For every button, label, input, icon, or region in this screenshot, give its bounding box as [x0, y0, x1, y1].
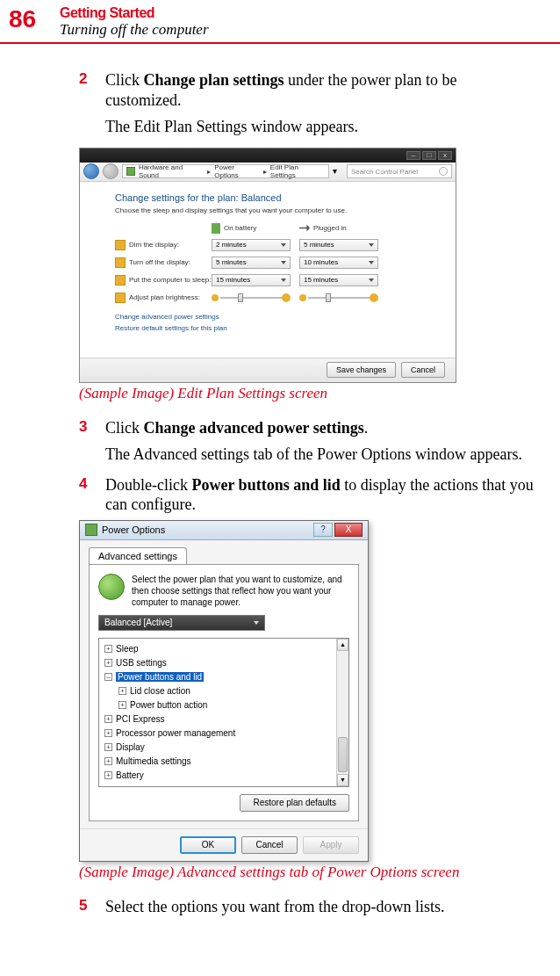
close-button[interactable]: X — [334, 523, 363, 537]
breadcrumb[interactable]: Hardware and Sound▸ Power Options▸ Edit … — [122, 164, 329, 178]
dropdown-icon[interactable]: ▾ — [333, 166, 343, 177]
expand-icon[interactable]: + — [104, 659, 112, 667]
tree-item-battery[interactable]: +Battery — [101, 769, 347, 783]
slider-thumb[interactable] — [238, 293, 243, 302]
label-text: Put the computer to sleep: — [129, 276, 211, 284]
off-plugged-dropdown[interactable]: 10 minutes — [299, 257, 378, 269]
breadcrumb-sep: ▸ — [207, 168, 211, 176]
power-plan-dropdown[interactable]: Balanced [Active] — [98, 615, 265, 631]
text-bold: Change plan settings — [144, 71, 284, 89]
control-panel-icon — [126, 167, 135, 176]
step-number: 4 — [79, 475, 105, 515]
window-body: Change settings for the plan: Balanced C… — [80, 182, 456, 358]
tree-item-sleep[interactable]: +Sleep — [101, 642, 347, 656]
intro-text: Select the power plan that you want to c… — [132, 574, 349, 608]
settings-tree[interactable]: +Sleep +USB settings –Power buttons and … — [98, 638, 349, 787]
tree-label: Power buttons and lid — [116, 672, 204, 682]
expand-icon[interactable]: + — [118, 701, 126, 709]
row-brightness: Adjust plan brightness: — [115, 292, 431, 304]
collapse-icon[interactable]: – — [104, 673, 112, 681]
sun-large-icon — [282, 293, 291, 302]
tree-scrollbar[interactable]: ▲ ▼ — [336, 639, 348, 786]
chapter-title: Getting Started — [60, 5, 209, 21]
dialog-body: Advanced settings Select the power plan … — [80, 540, 368, 828]
forward-button[interactable] — [103, 163, 118, 179]
dd-value: 2 minutes — [216, 241, 247, 249]
chevron-down-icon — [369, 261, 374, 264]
tree-label: Power button action — [130, 700, 207, 710]
step-5: 5 Select the options you want from the d… — [79, 897, 535, 917]
cancel-button[interactable]: Cancel — [401, 362, 445, 378]
ok-button[interactable]: OK — [180, 836, 236, 854]
plug-icon — [299, 225, 310, 232]
col-label: Plugged in — [313, 224, 347, 232]
off-battery-dropdown[interactable]: 5 minutes — [212, 257, 291, 269]
sleep-plugged-dropdown[interactable]: 15 minutes — [299, 274, 378, 286]
tree-item-power-button-action[interactable]: +Power button action — [101, 698, 347, 712]
step-number: 3 — [79, 418, 105, 438]
sleep-battery-dropdown[interactable]: 15 minutes — [212, 274, 291, 286]
dim-battery-dropdown[interactable]: 2 minutes — [212, 239, 291, 251]
brightness-icon — [115, 293, 126, 303]
dd-value: 10 minutes — [304, 258, 338, 266]
search-input[interactable]: Search Control Panel — [347, 164, 452, 178]
close-button[interactable]: x — [438, 151, 452, 160]
dialog-titlebar: Power Options ? X — [80, 521, 368, 540]
dd-value: 5 minutes — [216, 258, 247, 266]
brightness-plugged-slider[interactable] — [299, 292, 378, 304]
display-off-icon — [115, 257, 126, 268]
tree-item-usb[interactable]: +USB settings — [101, 656, 347, 670]
expand-icon[interactable]: + — [104, 645, 112, 653]
text-bold: Change advanced power settings — [144, 419, 364, 437]
breadcrumb-seg: Hardware and Sound — [139, 163, 204, 179]
text-post: . — [364, 419, 369, 437]
cancel-button[interactable]: Cancel — [241, 836, 298, 854]
tree-label: Lid close action — [130, 686, 190, 696]
tab-advanced-settings[interactable]: Advanced settings — [89, 547, 187, 564]
tree-item-lid-close[interactable]: +Lid close action — [101, 684, 347, 698]
restore-plan-defaults-button[interactable]: Restore plan defaults — [240, 794, 349, 812]
save-changes-button[interactable]: Save changes — [327, 362, 396, 378]
tree-item-processor[interactable]: +Processor power management — [101, 727, 347, 741]
search-icon — [439, 167, 448, 176]
maximize-button[interactable]: □ — [422, 151, 436, 160]
sun-small-icon — [299, 294, 306, 301]
row-label: Dim the display: — [115, 240, 212, 250]
expand-icon[interactable]: + — [104, 743, 112, 751]
expand-icon[interactable]: + — [104, 715, 112, 723]
brightness-battery-slider[interactable] — [212, 292, 291, 304]
scroll-track[interactable] — [337, 651, 348, 735]
sun-large-icon — [370, 293, 378, 302]
dd-value: 5 minutes — [304, 241, 334, 249]
expand-icon[interactable]: + — [104, 729, 112, 737]
expand-icon[interactable]: + — [104, 771, 112, 779]
tree-item-multimedia[interactable]: +Multimedia settings — [101, 755, 347, 769]
power-options-dialog: Power Options ? X Advanced settings Sele… — [79, 520, 369, 862]
chevron-down-icon — [281, 243, 286, 247]
tree-item-pci[interactable]: +PCI Express — [101, 712, 347, 727]
dim-plugged-dropdown[interactable]: 5 minutes — [299, 239, 378, 251]
back-button[interactable] — [83, 163, 99, 179]
expand-icon[interactable]: + — [118, 687, 126, 695]
tree-label: PCI Express — [116, 714, 165, 724]
apply-button[interactable]: Apply — [303, 836, 359, 854]
scroll-down-button[interactable]: ▼ — [337, 774, 348, 786]
restore-row: Restore plan defaults — [98, 794, 349, 812]
tree-item-power-buttons-lid[interactable]: –Power buttons and lid — [101, 670, 347, 684]
text-pre: Click — [105, 419, 144, 437]
row-label: Adjust plan brightness: — [115, 293, 212, 303]
scroll-up-button[interactable]: ▲ — [337, 639, 348, 651]
change-advanced-link[interactable]: Change advanced power settings — [115, 313, 431, 321]
restore-defaults-link[interactable]: Restore default settings for this plan — [115, 324, 431, 332]
tree-item-display[interactable]: +Display — [101, 741, 347, 755]
help-button[interactable]: ? — [313, 523, 333, 537]
dd-value: Balanced [Active] — [104, 618, 172, 627]
scroll-thumb[interactable] — [338, 737, 348, 772]
minimize-button[interactable]: – — [406, 151, 420, 160]
power-icon — [85, 524, 97, 536]
step-number: 2 — [79, 70, 105, 110]
row-sleep: Put the computer to sleep: 15 minutes 15… — [115, 274, 431, 286]
row-dim-display: Dim the display: 2 minutes 5 minutes — [115, 239, 431, 251]
expand-icon[interactable]: + — [104, 757, 112, 765]
slider-thumb[interactable] — [326, 293, 331, 302]
